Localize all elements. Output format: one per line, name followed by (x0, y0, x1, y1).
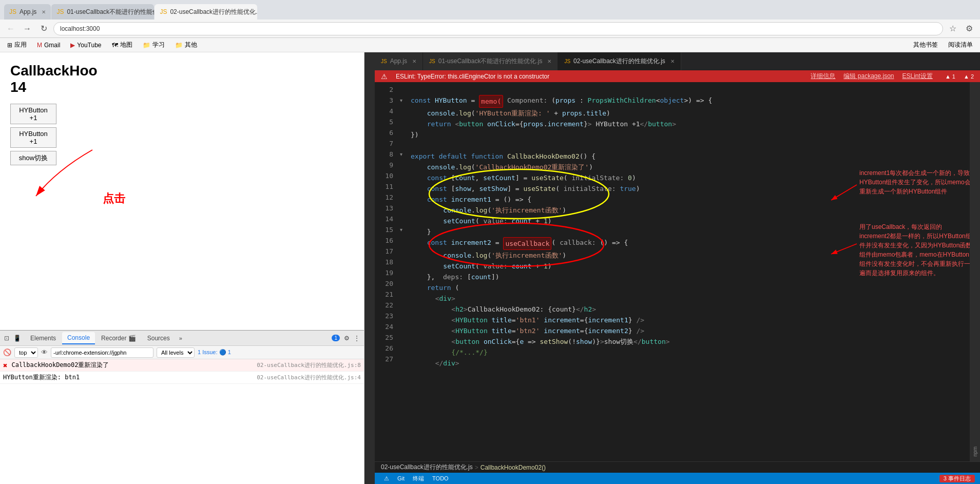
code-line-19: return ( (405, 282, 970, 293)
context-selector[interactable]: top (14, 347, 38, 358)
clear-console-icon[interactable]: 🚫 (3, 349, 11, 356)
vscode-tab-close-1[interactable]: ✕ (412, 59, 416, 64)
issues-count: 1 Issue: 🔵 1 (198, 349, 231, 356)
code-line-7a (405, 140, 970, 151)
breadcrumb-function: CallbackHookDemo02() (481, 464, 546, 471)
error-icon-bar: ⚠ (381, 72, 388, 81)
bookmark-gmail[interactable]: M Gmail (34, 41, 63, 50)
browser-tab-1[interactable]: JS App.js ✕ (4, 4, 51, 20)
breadcrumb-filename: 02-useCallback进行的性能优化.js (381, 463, 473, 472)
tab-close-1[interactable]: ✕ (42, 9, 46, 15)
other-icon: 📁 (175, 42, 183, 49)
other-label: 其他 (185, 41, 197, 49)
statusbar-problems[interactable]: ⚠ (380, 475, 393, 482)
bookmark-apps[interactable]: ⊞ 应用 (4, 40, 30, 50)
devtools-elements-panel-icon[interactable]: ⊡ (4, 335, 9, 342)
settings-icon[interactable]: ⚙ (344, 335, 350, 342)
back-button[interactable]: ← (4, 22, 17, 35)
browser-tab-3[interactable]: JS 02-useCallback进行的性能优化.js ✕ (155, 4, 257, 20)
annotation-text-1: increment1每次都会生成一个新的，导致HYButton组件发生了变化，所… (859, 168, 970, 196)
npm-label: npm (972, 447, 978, 456)
youtube-label: YouTube (77, 42, 101, 49)
devtools-more-tabs[interactable]: » (176, 333, 185, 343)
console-source-2: 02-useCallback进行的性能优化.js:4 (257, 374, 361, 381)
vscode-tab-01[interactable]: JS 01-useCallback不能进行的性能优化.js ✕ (423, 52, 558, 70)
error-icon: ✖ (3, 361, 7, 370)
console-source-1: 02-useCallback进行的性能优化.js:8 (257, 361, 361, 369)
console-toolbar: 🚫 top 👁 All levels 1 Issue: 🔵 1 (0, 346, 364, 359)
bookmarks-bar: ⊞ 应用 M Gmail ▶ YouTube 🗺 地图 📁 学习 📁 其他 其他… (0, 38, 980, 52)
hy-button-1[interactable]: HYButton +1 (10, 104, 56, 124)
browser-tab-2[interactable]: JS 01-useCallback不能进行的性能优化.js ✕ (51, 4, 154, 20)
console-text-1: CallbackHookDemo02重新渲染了 (11, 361, 253, 370)
extensions-button[interactable]: ⚙ (963, 22, 976, 35)
bookmark-button[interactable]: ☆ (946, 22, 959, 35)
devtools-tab-console[interactable]: Console (62, 332, 95, 344)
vscode-tab-02[interactable]: JS 02-useCallback进行的性能优化.js ✕ (558, 52, 681, 70)
app-title: CallbackHoo (10, 63, 354, 79)
bookmark-maps[interactable]: 🗺 地图 (109, 40, 136, 50)
other-bookmarks-label: 其他书签 (913, 41, 938, 49)
vscode-tabs: JS App.js ✕ JS 01-useCallback不能进行的性能优化.j… (375, 52, 980, 70)
address-bar[interactable] (53, 22, 943, 35)
devtools-tab-elements[interactable]: Elements (25, 333, 61, 344)
error-count: ▲ 2 (964, 73, 974, 80)
breadcrumb-bar: 02-useCallback进行的性能优化.js > CallbackHookD… (375, 461, 980, 473)
vscode-tab-appjs-label: App.js (390, 57, 407, 65)
forward-button[interactable]: → (21, 22, 34, 35)
code-line-4: console.log('HYButton重新渲染: ' + props.tit… (405, 108, 970, 119)
eye-icon[interactable]: 👁 (41, 349, 48, 356)
vscode-statusbar: ⚠ Git 终端 TODO 3 事件日志 (375, 473, 980, 484)
js-icon-2: JS (429, 59, 435, 64)
click-annotation: 点击 (103, 191, 125, 206)
console-line-1: ✖ CallbackHookDemo02重新渲染了 02-useCallback… (0, 359, 364, 372)
statusbar-terminal[interactable]: 终端 (409, 475, 428, 482)
console-text-2: HYButton重新渲染: btn1 (3, 373, 253, 382)
js-icon-3: JS (564, 59, 570, 64)
error-link-detail[interactable]: 详细信息 (811, 72, 835, 81)
code-line-21: <h2>CallbackHookDemo02: {count}</h2> (405, 304, 970, 315)
more-options-icon[interactable]: ⋮ (354, 335, 360, 342)
vscode-tab-close-2[interactable]: ✕ (547, 59, 551, 64)
maps-label: 地图 (120, 41, 132, 49)
bookmark-reading-list[interactable]: 阅读清单 (945, 40, 976, 50)
line-numbers-gutter: 2 3 4 5 6 7 8 9 10 11 12 13 14 15 16 17 (375, 82, 397, 461)
code-line-6: }) (405, 129, 970, 140)
npm-panel: npm (970, 82, 980, 461)
bookmark-youtube[interactable]: ▶ YouTube (67, 41, 104, 50)
console-filter-input[interactable] (51, 347, 153, 358)
vscode-tab-appjs[interactable]: JS App.js ✕ (375, 52, 423, 70)
reading-list-label: 阅读清单 (948, 41, 973, 49)
study-label: 学习 (152, 41, 165, 49)
code-editor[interactable]: const HYButton = memo( Component: (props… (405, 82, 970, 461)
statusbar-todo[interactable]: TODO (428, 475, 453, 481)
app-count: 14 (10, 79, 354, 95)
error-text: ESLint: TypeError: this.cliEngineCtor is… (396, 73, 549, 80)
reload-button[interactable]: ↻ (37, 22, 50, 35)
error-link-eslint[interactable]: ESLint设置 (902, 72, 933, 81)
log-levels-selector[interactable]: All levels (157, 347, 195, 358)
devtools-tab-sources[interactable]: Sources (142, 333, 175, 344)
gmail-label: Gmail (44, 42, 60, 49)
vscode-tab-02-label: 02-useCallback进行的性能优化.js (573, 57, 665, 66)
devtools-tab-recorder[interactable]: Recorder 🎬 (96, 333, 141, 344)
apps-icon: ⊞ (7, 42, 12, 49)
tab-label-1: App.js (20, 8, 36, 15)
code-line-7b: export default function CallbackHookDemo… (405, 151, 970, 162)
bookmark-other-bookmarks[interactable]: 其他书签 (910, 40, 941, 50)
bookmark-other[interactable]: 📁 其他 (172, 40, 200, 50)
browser-tab-bar: JS App.js ✕ JS 01-useCallback不能进行的性能优化.j… (0, 0, 980, 20)
vscode-tab-close-3[interactable]: ✕ (670, 59, 675, 64)
error-link-package[interactable]: 编辑 package.json (843, 72, 894, 81)
console-output: ✖ CallbackHookDemo02重新渲染了 02-useCallback… (0, 359, 364, 484)
code-line-24: <button onClick={e => setShow(!show)}>sh… (405, 336, 970, 347)
statusbar-git[interactable]: Git (393, 475, 409, 481)
code-line-2 (405, 84, 970, 95)
tab-label-3: 02-useCallback进行的性能优化.js (170, 8, 257, 16)
click-text: 点击 (103, 192, 125, 205)
bookmark-study[interactable]: 📁 学习 (140, 40, 168, 50)
gmail-icon: M (37, 42, 42, 49)
devtools-mobile-icon[interactable]: 📱 (13, 335, 21, 342)
statusbar-events[interactable]: 3 事件日志 (939, 475, 975, 482)
code-line-23: <HYButton title='btn2' increment={increm… (405, 325, 970, 336)
